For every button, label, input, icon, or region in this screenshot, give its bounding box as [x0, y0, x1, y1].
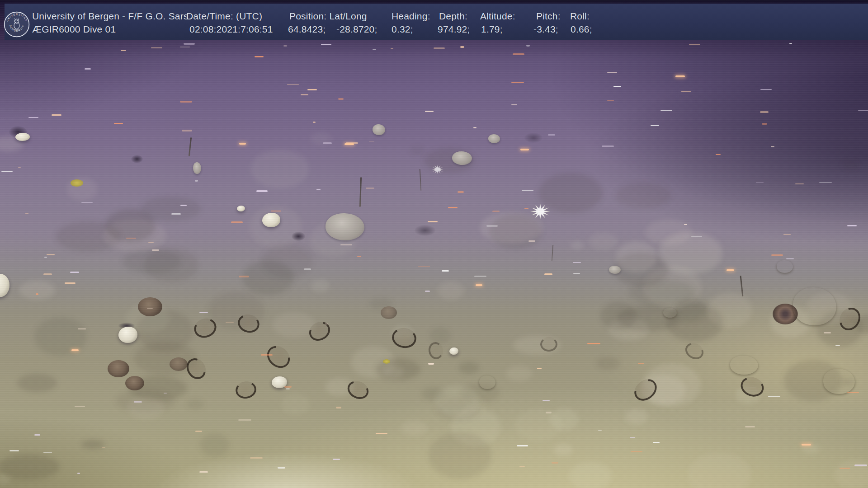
- marine-snow-particle: [476, 284, 482, 286]
- marine-snow-particle: [147, 308, 153, 309]
- marine-snow-particle: [307, 89, 316, 90]
- marine-snow-particle: [184, 43, 195, 45]
- seafloor-objects: [0, 0, 868, 488]
- dark-rock: [131, 155, 143, 163]
- sediment-mottle: [438, 282, 464, 300]
- marine-snow-particle: [199, 312, 208, 313]
- marine-snow-particle: [369, 141, 374, 142]
- marine-snow-particle: [304, 268, 311, 270]
- stick: [552, 245, 554, 261]
- dark-rock: [9, 126, 27, 138]
- sediment-mottle: [144, 249, 199, 282]
- marine-snow-particle: [239, 276, 250, 277]
- marine-snow-particle: [366, 188, 375, 189]
- sediment-mottle: [34, 317, 87, 356]
- sediment-mottle: [424, 148, 475, 174]
- marine-snow-particle: [418, 267, 430, 267]
- marine-snow-particle: [460, 46, 464, 48]
- telemetry-pitch-value: -3.43;: [533, 23, 561, 36]
- marine-snow-particle: [44, 257, 47, 258]
- marine-snow-particle: [448, 207, 458, 208]
- marine-snow-particle: [675, 75, 685, 77]
- marine-snow-particle: [164, 393, 167, 394]
- sediment-mottle: [281, 394, 311, 415]
- marine-snow-particle: [261, 354, 273, 356]
- telemetry-altitude: Altitude:1.79;: [480, 9, 515, 36]
- marine-snow-particle: [474, 276, 486, 277]
- sediment-mottle: [480, 212, 543, 244]
- urchin-ring: [630, 375, 661, 405]
- telemetry-depth-label: Depth:: [439, 9, 470, 23]
- marine-snow-particle: [528, 240, 535, 242]
- marine-snow-particle: [587, 343, 600, 345]
- sediment-mottle: [465, 399, 487, 410]
- sediment-mottle: [659, 232, 722, 275]
- sponge: [479, 375, 495, 389]
- marine-snow-particle: [684, 224, 687, 225]
- marine-snow-particle: [134, 401, 142, 403]
- scanlines-overlay: [0, 0, 868, 488]
- marine-snow-particle: [425, 291, 429, 292]
- sediment-mottle: [141, 197, 201, 221]
- marine-snow-particle: [121, 50, 126, 52]
- telemetry-pitch: Pitch:-3.43;: [536, 9, 561, 36]
- marine-snow-particle: [321, 44, 331, 45]
- marine-snow-particle: [847, 225, 857, 226]
- marine-snow-particle: [28, 117, 38, 118]
- telemetry-datetime: Date/Time: (UTC)02:08:2021:7:06:51: [186, 9, 273, 36]
- sponge: [777, 260, 793, 273]
- marine-snow-particle: [573, 273, 580, 274]
- marine-snow-particle: [434, 47, 445, 48]
- yellow-patch: [71, 179, 83, 187]
- marine-snow-particle: [613, 86, 621, 88]
- marine-snow-particle: [573, 262, 581, 263]
- sediment-mottle: [688, 452, 751, 488]
- sediment-mottle: [589, 232, 618, 250]
- sediment-mottle: [806, 292, 853, 324]
- sediment-mottle: [855, 314, 868, 333]
- dark-rock: [524, 133, 542, 143]
- marine-snow-particle: [195, 180, 198, 182]
- sediment-mottle: [569, 462, 612, 488]
- marine-snow-particle: [771, 254, 783, 256]
- sediment-mottle: [666, 303, 723, 342]
- marine-snow-particle: [425, 111, 434, 112]
- marine-snow-particle: [25, 213, 28, 214]
- marine-snow-particle: [180, 101, 192, 103]
- sediment-mottle: [625, 409, 648, 425]
- urchin-ring: [427, 341, 444, 361]
- telemetry-roll-label: Roll:: [570, 9, 592, 23]
- sediment-mottle: [376, 358, 420, 380]
- marine-snow-particle: [689, 44, 700, 45]
- marine-snow-particle: [524, 208, 528, 209]
- sediment-mottle: [123, 249, 181, 274]
- urchin: [125, 376, 144, 390]
- sediment-mottle: [17, 374, 57, 392]
- seafloor-mottle-layer: [0, 0, 868, 488]
- marine-snow-particle: [544, 273, 552, 275]
- sediment-mottle: [250, 150, 310, 188]
- telemetry-roll-value: 0.66;: [571, 23, 592, 36]
- sediment-mottle: [127, 396, 164, 419]
- sediment-mottle: [67, 177, 97, 201]
- marine-snow-particle: [180, 205, 187, 206]
- sediment-mottle: [242, 260, 294, 295]
- marine-snow-particle: [824, 332, 831, 333]
- marine-snow-particle: [631, 451, 642, 452]
- sediment-mottle: [643, 266, 702, 308]
- sediment-mottle: [56, 221, 121, 252]
- marine-snow-particle: [511, 104, 517, 105]
- marine-snow-particle: [373, 49, 377, 50]
- marine-snow-particle: [239, 143, 246, 145]
- marine-snow-particle: [786, 258, 794, 259]
- sediment-mottle: [450, 408, 501, 446]
- marine-snow-particle: [336, 407, 342, 408]
- marine-snow-particle: [602, 145, 614, 147]
- sediment-mottle: [615, 183, 671, 208]
- sediment-mottle: [770, 306, 811, 338]
- marine-snow-particle: [357, 256, 362, 257]
- marine-snow-particle: [546, 412, 552, 413]
- marine-snow-particle: [75, 406, 85, 408]
- marine-snow-particle: [745, 426, 755, 428]
- marine-snow-particle: [771, 146, 774, 147]
